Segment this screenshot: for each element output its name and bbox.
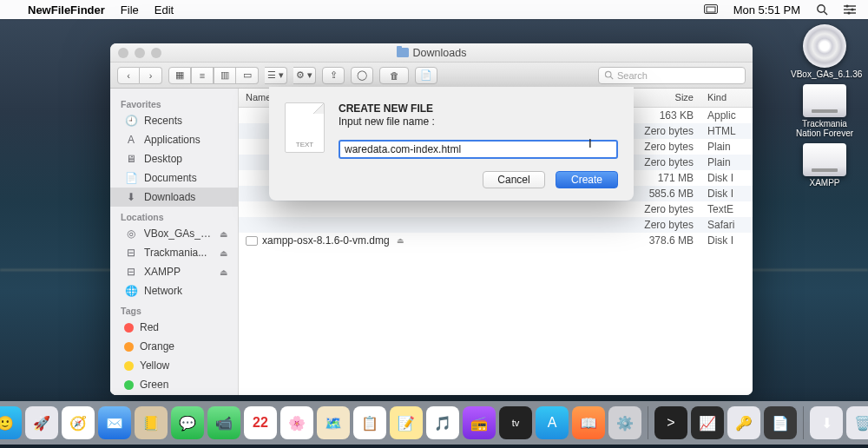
file-kind: HTML [700, 125, 753, 137]
dock-messages[interactable]: 💬 [171, 406, 204, 439]
sidebar-item-downloads[interactable]: ⬇Downloads [110, 188, 238, 207]
table-row[interactable]: Zero bytesTextE [239, 201, 753, 217]
sidebar-item-network[interactable]: 🌐Network [110, 281, 238, 300]
docs-icon: 📄 [124, 172, 138, 184]
search-input[interactable]: Search [598, 67, 746, 84]
sidebar-item-label: VBox_GAs_6... [144, 227, 214, 240]
menubar-clock[interactable]: Mon 5:51 PM [733, 3, 800, 16]
dock-contacts[interactable]: 📒 [135, 406, 168, 439]
column-view-button[interactable]: ▥ [214, 67, 236, 84]
sidebar-item-vbox-gas-[interactable]: ◎VBox_GAs_6...⏏ [110, 224, 238, 243]
dock-tv[interactable]: tv [499, 406, 532, 439]
desktop-icon-drive[interactable]: XAMPP [803, 143, 846, 188]
traffic-lights [118, 48, 161, 58]
dock-terminal[interactable]: > [654, 406, 687, 439]
eject-icon[interactable]: ⏏ [220, 248, 227, 258]
sidebar-item-documents[interactable]: 📄Documents [110, 168, 238, 188]
sidebar-item-xampp[interactable]: ⊟XAMPP⏏ [110, 262, 238, 281]
sidebar-item-red[interactable]: Red [110, 318, 238, 337]
menu-file[interactable]: File [121, 3, 139, 16]
eject-icon[interactable]: ⏏ [220, 229, 227, 239]
dock-trash[interactable]: 🗑️ [846, 406, 868, 439]
back-button[interactable]: ‹ [117, 67, 140, 84]
table-row[interactable]: Zero bytesSafari [239, 217, 753, 233]
dock-appstore[interactable]: A [536, 406, 569, 439]
col-size[interactable]: Size [622, 89, 700, 107]
file-size: 378.6 MB [622, 234, 700, 247]
titlebar[interactable]: Downloads [110, 43, 753, 63]
desktop-icon-dvd[interactable]: VBox_GAs_6.1.36 [791, 24, 858, 79]
zoom-button[interactable] [151, 48, 161, 58]
dock-finder[interactable]: 🙂 [0, 406, 22, 439]
dock-prefs[interactable]: ⚙️ [608, 406, 641, 439]
search-icon [604, 70, 614, 80]
spotlight-icon[interactable] [816, 3, 828, 16]
sidebar-item-blue[interactable]: Blue [110, 394, 238, 395]
list-view-button[interactable]: ≡ [191, 67, 214, 84]
col-kind[interactable]: Kind [700, 89, 753, 107]
screen-mirror-icon[interactable] [704, 4, 718, 15]
app-name[interactable]: NewFileFinder [28, 3, 105, 16]
trash-toolbar-button[interactable]: 🗑 [379, 67, 409, 84]
sidebar-item-label: Orange [140, 340, 174, 352]
dock-maps[interactable]: 🗺️ [317, 406, 350, 439]
dock-podcasts[interactable]: 📻 [463, 406, 496, 439]
dock-launchpad[interactable]: 🚀 [25, 406, 58, 439]
drive-icon [803, 143, 846, 176]
sidebar-item-applications[interactable]: AApplications [110, 130, 238, 149]
desktop-icon-label: Trackmania Nation Forever [791, 119, 858, 138]
file-size: Zero bytes [622, 156, 700, 168]
icon-view-button[interactable]: ▦ [168, 67, 191, 84]
dock-photos[interactable]: 🌸 [280, 406, 313, 439]
tag-color-icon [124, 380, 134, 390]
create-button[interactable]: Create [556, 171, 618, 188]
svg-rect-1 [707, 7, 715, 12]
menu-edit[interactable]: Edit [155, 3, 174, 16]
eject-icon[interactable]: ⏏ [220, 267, 227, 277]
arrange-button[interactable]: ☰ ▾ [265, 67, 287, 84]
dock-reminders[interactable]: 📋 [353, 406, 386, 439]
sidebar-item-orange[interactable]: Orange [110, 337, 238, 356]
forward-button[interactable]: › [140, 67, 162, 84]
dock-books[interactable]: 📖 [572, 406, 605, 439]
newfile-button[interactable]: 📄 [415, 67, 437, 84]
dock-keychain[interactable]: 🔑 [727, 406, 760, 439]
sidebar-item-label: XAMPP [144, 266, 181, 278]
cancel-button[interactable]: Cancel [483, 171, 545, 188]
disc-icon: ◎ [124, 227, 138, 240]
apps-icon: A [124, 134, 138, 146]
sidebar-item-desktop[interactable]: 🖥Desktop [110, 149, 238, 168]
svg-point-7 [845, 4, 848, 7]
close-button[interactable] [118, 48, 128, 58]
desktop-icons: VBox_GAs_6.1.36 Trackmania Nation Foreve… [790, 24, 859, 188]
dock-music[interactable]: 🎵 [426, 406, 459, 439]
dock-activity[interactable]: 📈 [691, 406, 724, 439]
tags-button[interactable]: ◯ [351, 67, 373, 84]
gallery-view-button[interactable]: ▭ [236, 67, 259, 84]
share-button[interactable]: ⇪ [322, 67, 345, 84]
drive-icon: ⊟ [124, 266, 138, 278]
table-row[interactable]: xampp-osx-8.1.6-0-vm.dmg⏏378.6 MBDisk I [239, 233, 753, 248]
control-center-icon[interactable] [844, 4, 856, 15]
sidebar-item-yellow[interactable]: Yellow [110, 356, 238, 375]
sidebar[interactable]: Favorites🕘RecentsAApplications🖥Desktop📄D… [110, 89, 239, 395]
desktop-icon-drive[interactable]: Trackmania Nation Forever [791, 84, 858, 138]
drive-icon [803, 84, 846, 117]
create-file-dialog: TEXT CREATE NEW FILE Input new file name… [269, 87, 634, 201]
action-button[interactable]: ⚙ ▾ [293, 67, 316, 84]
dock-calendar[interactable]: 22 [244, 406, 277, 439]
sidebar-item-label: Recents [144, 115, 182, 127]
filename-input[interactable] [339, 140, 618, 159]
dock-notes[interactable]: 📝 [390, 406, 423, 439]
dock-downloads[interactable]: ⬇ [810, 406, 843, 439]
dock-mail[interactable]: ✉️ [98, 406, 131, 439]
dock-safari[interactable]: 🧭 [62, 406, 95, 439]
file-size: 171 MB [622, 172, 700, 184]
dock-facetime[interactable]: 📹 [207, 406, 240, 439]
network-icon: 🌐 [124, 285, 138, 297]
minimize-button[interactable] [135, 48, 145, 58]
sidebar-item-green[interactable]: Green [110, 375, 238, 394]
sidebar-item-trackmania-[interactable]: ⊟Trackmania...⏏ [110, 243, 238, 262]
dock-newfilefinder[interactable]: 📄 [764, 406, 797, 439]
sidebar-item-recents[interactable]: 🕘Recents [110, 111, 238, 130]
